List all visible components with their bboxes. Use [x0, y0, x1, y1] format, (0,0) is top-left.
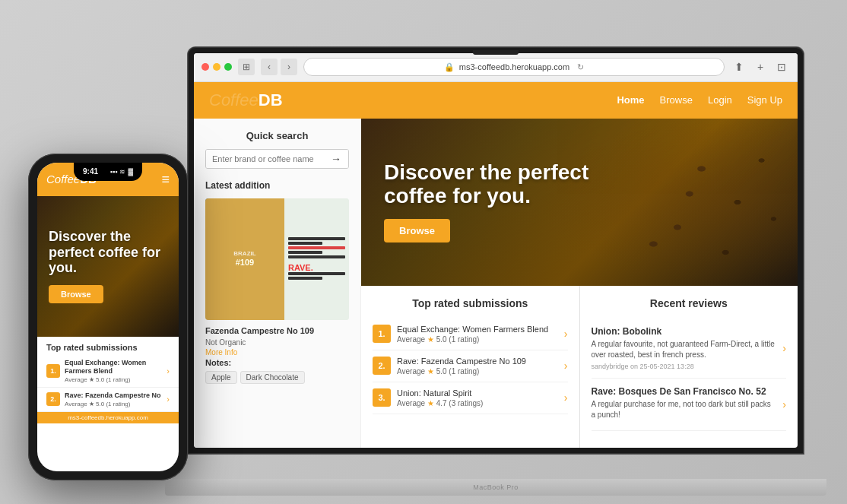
wifi-icon: ≋: [119, 168, 125, 176]
macbook-notch: [473, 50, 519, 55]
macbook-base: [165, 479, 826, 496]
top-rated-section: Top rated submissions 1. Equal Exchange:…: [361, 286, 580, 448]
iphone-rated-rank-2: 2.: [46, 392, 60, 406]
nav-signup[interactable]: Sign Up: [747, 94, 782, 106]
tl-red[interactable]: [201, 63, 209, 71]
browser-view-toggle[interactable]: ⊞: [238, 59, 255, 75]
rated-info-3: Union: Natural Spirit Average ★ 4.7 (3 r…: [397, 388, 558, 407]
rated-name-3: Union: Natural Spirit: [397, 388, 558, 398]
coffee-card-img-left: BRAZIL #109: [205, 198, 284, 320]
review-name-1: Union: Bobolink: [592, 326, 777, 337]
note-tag-apple[interactable]: Apple: [205, 371, 237, 384]
tl-green[interactable]: [224, 63, 232, 71]
iphone-rated-info-2: Rave: Fazenda Campestre No Average ★ 5.0…: [65, 391, 162, 407]
macbook-screen-outer: ⊞ ‹ › 🔒 ms3-coffeedb.herokuapp.com ↻ ⬆: [188, 47, 804, 454]
rated-rank-1: 1.: [373, 325, 391, 343]
rated-item-1[interactable]: 1. Equal Exchange: Women Farmers Blend A…: [373, 319, 568, 350]
iphone-rated-name-1: Equal Exchange: Women Farmers Blend: [65, 359, 162, 376]
share-button[interactable]: ⬆: [731, 59, 747, 75]
rated-arrow-2: ›: [564, 360, 568, 372]
rated-rank-2: 2.: [373, 357, 391, 375]
rated-info-2: Rave: Fazenda Campestre No 109 Average ★…: [397, 357, 558, 376]
rated-arrow-3: ›: [564, 391, 568, 404]
iphone-rated-info-1: Equal Exchange: Women Farmers Blend Aver…: [65, 359, 162, 383]
iphone-rated-item-2[interactable]: 2. Rave: Fazenda Campestre No Average ★ …: [37, 388, 179, 412]
iphone-bottom-bar: ms3-coffeedb.herokuapp.com: [37, 412, 179, 423]
address-bar[interactable]: 🔒 ms3-coffeedb.herokuapp.com ↻: [303, 58, 725, 76]
coffee-card-image: BRAZIL #109: [205, 198, 349, 320]
macbook: ⊞ ‹ › 🔒 ms3-coffeedb.herokuapp.com ↻ ⬆: [165, 47, 826, 496]
iphone-rated-stars-1: Average ★ 5.0 (1 rating): [65, 376, 162, 383]
review-item-2[interactable]: Rave: Bosques De San Francisco No. 52 A …: [592, 379, 787, 431]
note-tag-dark-chocolate[interactable]: Dark Chocolate: [240, 371, 305, 384]
tl-yellow[interactable]: [213, 63, 220, 71]
search-submit-button[interactable]: →: [323, 150, 349, 168]
hero-browse-button[interactable]: Browse: [384, 219, 450, 242]
coffee-card-organic: Not Organic: [205, 338, 349, 347]
scene: ⊞ ‹ › 🔒 ms3-coffeedb.herokuapp.com ↻ ⬆: [5, 9, 842, 496]
browser-chrome: ⊞ ‹ › 🔒 ms3-coffeedb.herokuapp.com ↻ ⬆: [194, 53, 798, 82]
iphone-rated-arrow-2: ›: [167, 395, 170, 404]
review-arrow-1: ›: [782, 342, 786, 354]
review-item-1[interactable]: Union: Bobolink A regular favourite, not…: [592, 319, 787, 379]
site-main: Quick search → Latest addition: [194, 119, 798, 448]
review-meta-1: sandybridge on 25-05-2021 13:28: [592, 363, 777, 370]
hero-title: Discover the perfect coffee for you.: [384, 161, 597, 208]
forward-button[interactable]: ›: [281, 59, 297, 75]
iphone-notch: 9:41 ▪▪▪ ≋ ▓: [74, 163, 142, 181]
site-sidebar: Quick search → Latest addition: [194, 119, 361, 448]
search-input[interactable]: [206, 150, 323, 168]
review-content-1: Union: Bobolink A regular favourite, not…: [592, 326, 777, 370]
rated-arrow-1: ›: [564, 328, 568, 340]
macbook-body: ⊞ ‹ › 🔒 ms3-coffeedb.herokuapp.com ↻ ⬆: [165, 47, 826, 469]
back-button[interactable]: ‹: [261, 59, 278, 75]
review-arrow-2: ›: [782, 398, 786, 410]
iphone-rated-name-2: Rave: Fazenda Campestre No: [65, 391, 162, 401]
rated-item-2[interactable]: 2. Rave: Fazenda Campestre No 109 Averag…: [373, 350, 568, 382]
rated-info-1: Equal Exchange: Women Farmers Blend Aver…: [397, 325, 558, 344]
iphone-hero: Discover the perfect coffee for you. Bro…: [37, 196, 179, 337]
hero-section: Discover the perfect coffee for you. Bro…: [361, 119, 798, 286]
review-content-2: Rave: Bosques De San Francisco No. 52 A …: [592, 386, 777, 423]
rated-item-3[interactable]: 3. Union: Natural Spirit Average ★ 4.7: [373, 382, 568, 414]
url-text: ms3-coffeedb.herokuapp.com: [459, 62, 569, 71]
latest-title: Latest addition: [205, 180, 349, 191]
site-logo: CoffeeDB: [209, 90, 617, 110]
site-nav: CoffeeDB Home Browse Login Sign Up: [194, 82, 798, 119]
website: CoffeeDB Home Browse Login Sign Up: [194, 82, 798, 448]
macbook-screen-inner: ⊞ ‹ › 🔒 ms3-coffeedb.herokuapp.com ↻ ⬆: [194, 53, 798, 448]
browser-actions: ⬆ + ⊡: [731, 59, 790, 75]
battery-icon: ▓: [128, 168, 133, 176]
recent-reviews-title: Recent reviews: [592, 297, 787, 309]
new-tab-button[interactable]: +: [752, 59, 769, 75]
notes-tags: Apple Dark Chocolate: [205, 371, 349, 384]
review-text-1: A regular favourite, not guaranteed Farm…: [592, 339, 777, 360]
refresh-icon: ↻: [577, 62, 584, 72]
coffee-card-img-right: RAVE.: [284, 198, 349, 320]
iphone-rated-item-1[interactable]: 1. Equal Exchange: Women Farmers Blend A…: [37, 355, 179, 388]
iphone-rated-arrow-1: ›: [167, 366, 170, 376]
rated-name-2: Rave: Fazenda Campestre No 109: [397, 357, 558, 366]
recent-reviews-section: Recent reviews Union: Bobolink A regular…: [580, 286, 798, 448]
iphone-rated-rank-1: 1.: [46, 364, 60, 378]
notes-title: Notes:: [205, 358, 349, 367]
nav-links: Home Browse Login Sign Up: [617, 94, 782, 106]
iphone-time: 9:41: [83, 167, 98, 176]
browser-nav-btns: ‹ ›: [261, 59, 297, 75]
site-content: Discover the perfect coffee for you. Bro…: [361, 119, 798, 448]
iphone-url: ms3-coffeedb.herokuapp.com: [68, 414, 148, 421]
iphone-body: 9:41 ▪▪▪ ≋ ▓ CoffeeDB ≡ Discover the p: [28, 154, 188, 480]
rated-stars-3: Average ★ 4.7 (3 ratings): [397, 399, 558, 407]
bottom-grid: Top rated submissions 1. Equal Exchange:…: [361, 286, 798, 448]
iphone-menu-button[interactable]: ≡: [161, 171, 170, 187]
nav-login[interactable]: Login: [708, 94, 732, 106]
nav-home[interactable]: Home: [617, 94, 644, 106]
nav-browse[interactable]: Browse: [660, 94, 693, 106]
coffee-card-more-info[interactable]: More Info: [205, 348, 349, 357]
search-input-wrap: →: [205, 149, 349, 169]
iphone-browse-button[interactable]: Browse: [49, 285, 103, 303]
star-icon-2: ★: [427, 367, 434, 376]
rated-name-1: Equal Exchange: Women Farmers Blend: [397, 325, 558, 334]
iphone-status-bar: ▪▪▪ ≋ ▓: [110, 168, 133, 176]
tabs-button[interactable]: ⊡: [773, 59, 790, 75]
